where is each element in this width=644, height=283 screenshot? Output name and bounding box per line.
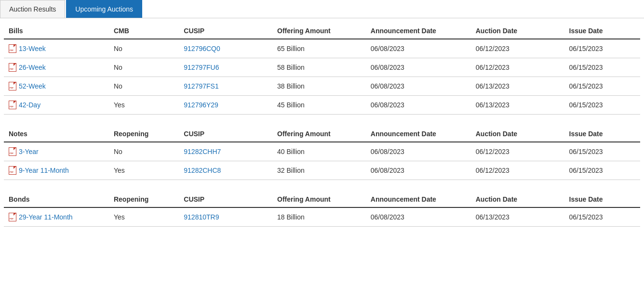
pdf-icon <box>9 63 16 72</box>
row-name-link[interactable]: 42-Day <box>19 101 40 109</box>
cell-announcement: 06/08/2023 <box>366 58 471 77</box>
table-notes: NotesReopeningCUSIPOffering AmountAnnoun… <box>4 126 640 180</box>
col-header-issue: Issue Date <box>564 192 641 207</box>
cell-auction: 06/13/2023 <box>471 77 564 96</box>
cell-col2: No <box>109 77 179 96</box>
col-header-name: Bonds <box>4 192 109 207</box>
cell-announcement: 06/08/2023 <box>366 142 471 161</box>
cell-issue: 06/15/2023 <box>564 58 641 77</box>
tab-auction-results[interactable]: Auction Results <box>0 0 65 18</box>
pdf-icon <box>9 213 16 221</box>
main-content: BillsCMBCUSIPOffering AmountAnnouncement… <box>0 18 644 243</box>
table-row: 13-WeekNo912796CQ065 Billion06/08/202306… <box>4 39 640 58</box>
section-notes: NotesReopeningCUSIPOffering AmountAnnoun… <box>4 126 640 180</box>
cell-auction: 06/12/2023 <box>471 58 564 77</box>
col-header-name: Bills <box>4 23 109 39</box>
cusip-link[interactable]: 91282CHC8 <box>184 167 221 174</box>
row-name-link[interactable]: 29-Year 11-Month <box>19 213 73 221</box>
pdf-icon <box>9 82 16 90</box>
col-header-offering: Offering Amount <box>272 126 366 142</box>
cell-announcement: 06/08/2023 <box>366 77 471 96</box>
col-header-auction: Auction Date <box>471 23 564 39</box>
col-header-col2: CMB <box>109 23 179 39</box>
col-header-col2: Reopening <box>109 126 179 142</box>
col-header-col2: Reopening <box>109 192 179 207</box>
col-header-offering: Offering Amount <box>272 192 366 207</box>
section-bills: BillsCMBCUSIPOffering AmountAnnouncement… <box>4 23 640 115</box>
table-row: 42-DayYes912796Y2945 Billion06/08/202306… <box>4 96 640 115</box>
col-header-name: Notes <box>4 126 109 142</box>
col-header-auction: Auction Date <box>471 126 564 142</box>
cell-auction: 06/12/2023 <box>471 142 564 161</box>
cell-offering: 65 Billion <box>272 39 366 58</box>
col-header-issue: Issue Date <box>564 23 641 39</box>
table-row: 9-Year 11-MonthYes91282CHC832 Billion06/… <box>4 161 640 180</box>
pdf-icon <box>9 44 16 53</box>
cell-offering: 38 Billion <box>272 77 366 96</box>
row-name-link[interactable]: 3-Year <box>19 148 39 155</box>
col-header-offering: Offering Amount <box>272 23 366 39</box>
section-bonds: BondsReopeningCUSIPOffering AmountAnnoun… <box>4 192 640 227</box>
col-header-issue: Issue Date <box>564 126 641 142</box>
col-header-cusip: CUSIP <box>179 23 272 39</box>
cell-col2: Yes <box>109 96 179 115</box>
cell-auction: 06/12/2023 <box>471 39 564 58</box>
col-header-announcement: Announcement Date <box>366 23 471 39</box>
row-name-link[interactable]: 52-Week <box>19 82 46 90</box>
cell-announcement: 06/08/2023 <box>366 207 471 227</box>
cell-issue: 06/15/2023 <box>564 77 641 96</box>
cell-offering: 45 Billion <box>272 96 366 115</box>
cell-issue: 06/15/2023 <box>564 39 641 58</box>
cell-auction: 06/12/2023 <box>471 161 564 180</box>
row-name-link[interactable]: 9-Year 11-Month <box>19 167 69 174</box>
cell-issue: 06/15/2023 <box>564 96 641 115</box>
cell-announcement: 06/08/2023 <box>366 96 471 115</box>
cell-issue: 06/15/2023 <box>564 161 641 180</box>
pdf-icon <box>9 101 16 109</box>
col-header-cusip: CUSIP <box>179 192 272 207</box>
tab-bar: Auction ResultsUpcoming Auctions <box>0 0 644 18</box>
col-header-announcement: Announcement Date <box>366 126 471 142</box>
cell-offering: 18 Billion <box>272 207 366 227</box>
cell-col2: No <box>109 142 179 161</box>
table-row: 29-Year 11-MonthYes912810TR918 Billion06… <box>4 207 640 227</box>
col-header-auction: Auction Date <box>471 192 564 207</box>
pdf-icon <box>9 147 16 156</box>
cell-offering: 40 Billion <box>272 142 366 161</box>
table-row: 26-WeekNo912797FU658 Billion06/08/202306… <box>4 58 640 77</box>
cell-col2: No <box>109 39 179 58</box>
cell-offering: 32 Billion <box>272 161 366 180</box>
cusip-link[interactable]: 912796CQ0 <box>184 45 220 52</box>
cusip-link[interactable]: 912810TR9 <box>184 213 219 221</box>
cell-announcement: 06/08/2023 <box>366 161 471 180</box>
cell-issue: 06/15/2023 <box>564 207 641 227</box>
table-bills: BillsCMBCUSIPOffering AmountAnnouncement… <box>4 23 640 115</box>
col-header-cusip: CUSIP <box>179 126 272 142</box>
cell-auction: 06/13/2023 <box>471 207 564 227</box>
row-name-link[interactable]: 26-Week <box>19 64 46 71</box>
row-name-link[interactable]: 13-Week <box>19 45 46 52</box>
cell-col2: Yes <box>109 161 179 180</box>
cusip-link[interactable]: 912797FU6 <box>184 64 219 71</box>
cell-col2: No <box>109 58 179 77</box>
cusip-link[interactable]: 912797FS1 <box>184 82 218 90</box>
table-bonds: BondsReopeningCUSIPOffering AmountAnnoun… <box>4 192 640 227</box>
cell-auction: 06/13/2023 <box>471 96 564 115</box>
cell-offering: 58 Billion <box>272 58 366 77</box>
cell-issue: 06/15/2023 <box>564 142 641 161</box>
table-row: 3-YearNo91282CHH740 Billion06/08/202306/… <box>4 142 640 161</box>
cell-announcement: 06/08/2023 <box>366 39 471 58</box>
table-row: 52-WeekNo912797FS138 Billion06/08/202306… <box>4 77 640 96</box>
tab-upcoming-auctions[interactable]: Upcoming Auctions <box>66 0 142 18</box>
cusip-link[interactable]: 912796Y29 <box>184 101 218 109</box>
col-header-announcement: Announcement Date <box>366 192 471 207</box>
cell-col2: Yes <box>109 207 179 227</box>
cusip-link[interactable]: 91282CHH7 <box>184 148 221 155</box>
pdf-icon <box>9 166 16 175</box>
